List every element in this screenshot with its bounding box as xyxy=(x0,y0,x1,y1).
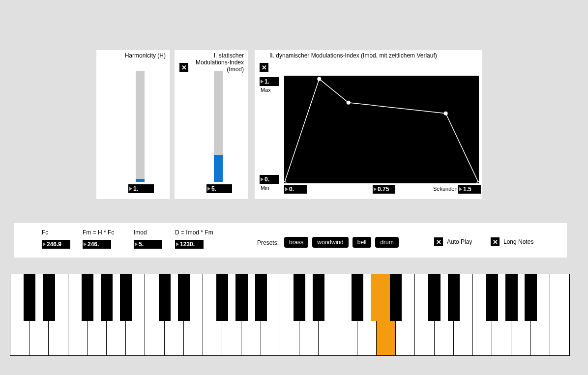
autoplay-label: Auto Play xyxy=(447,238,472,245)
envelope-title: II. dynamischer Modulations-Index (Imod,… xyxy=(269,52,476,59)
triangle-icon xyxy=(129,187,132,191)
option-autoplay: Auto Play xyxy=(434,237,472,246)
black-key[interactable] xyxy=(82,274,93,321)
imod-number[interactable]: 5. xyxy=(206,184,232,193)
triangle-icon xyxy=(459,187,462,191)
envelope-xmid-number[interactable]: 0.75 xyxy=(373,185,395,194)
param-fc: Fc 246.9 xyxy=(42,229,70,249)
longnotes-label: Long Notes xyxy=(503,238,533,245)
envelope-seconds-label: Sekunden xyxy=(433,186,458,192)
param-fm-number[interactable]: 246. xyxy=(83,240,111,249)
param-d-value: 1230. xyxy=(180,241,195,248)
presets-label: Presets: xyxy=(257,239,279,246)
black-key[interactable] xyxy=(313,274,324,321)
triangle-icon xyxy=(374,187,377,191)
imod-slider-fill xyxy=(214,155,223,182)
envelope-point[interactable] xyxy=(477,181,479,183)
envelope-ymin-label: Min xyxy=(261,185,269,191)
black-key[interactable] xyxy=(216,274,228,321)
preset-woodwind[interactable]: woodwind xyxy=(312,237,348,248)
piano-keyboard[interactable] xyxy=(10,274,570,356)
presets-row: brasswoodwindbelldrum xyxy=(284,237,399,248)
black-key[interactable] xyxy=(235,274,247,321)
envelope-xstart-number[interactable]: 0. xyxy=(284,185,307,194)
black-key[interactable] xyxy=(43,274,55,321)
black-key[interactable] xyxy=(352,274,363,321)
triangle-icon xyxy=(261,177,264,181)
envelope-point[interactable] xyxy=(444,112,448,115)
triangle-icon xyxy=(84,242,87,246)
envelope-ymin-number[interactable]: 0. xyxy=(260,175,279,184)
triangle-icon xyxy=(285,187,288,191)
triangle-icon xyxy=(207,187,210,191)
black-key[interactable] xyxy=(486,274,498,321)
envelope-xmid-value: 0.75 xyxy=(378,186,389,193)
preset-drum[interactable]: drum xyxy=(375,237,398,248)
param-fm-value: 246. xyxy=(88,241,99,248)
triangle-icon xyxy=(135,242,138,246)
black-key[interactable] xyxy=(178,274,190,321)
envelope-point[interactable] xyxy=(347,101,351,105)
longnotes-toggle[interactable] xyxy=(491,237,500,246)
imod-slider[interactable] xyxy=(214,71,223,182)
triangle-icon xyxy=(261,80,264,84)
harmonicity-number[interactable]: 1. xyxy=(128,184,154,193)
envelope-xend-number[interactable]: 1.5 xyxy=(458,185,481,194)
option-longnotes: Long Notes xyxy=(491,237,533,246)
autoplay-toggle[interactable] xyxy=(434,237,443,246)
envelope-editor[interactable] xyxy=(284,76,479,183)
param-imod-label: Imod xyxy=(134,229,162,236)
imod-static-toggle[interactable] xyxy=(179,63,188,72)
imod-static-panel: I. statischer Modulations-Index (Imod) 5… xyxy=(175,50,248,199)
harmonicity-panel: Harmonicity (H) 1. xyxy=(96,50,170,199)
black-key[interactable] xyxy=(120,274,132,321)
black-key[interactable] xyxy=(428,274,440,321)
envelope-point[interactable] xyxy=(284,181,286,183)
param-d-number[interactable]: 1230. xyxy=(175,240,204,249)
black-key[interactable] xyxy=(24,274,35,321)
param-fc-value: 246.9 xyxy=(47,241,61,248)
envelope-xend-value: 1.5 xyxy=(463,186,471,193)
param-imod: Imod 5. xyxy=(134,229,162,249)
preset-bell[interactable]: bell xyxy=(353,237,372,248)
envelope-panel: II. dynamischer Modulations-Index (Imod,… xyxy=(255,50,482,199)
param-d: D = Imod * Fm 1230. xyxy=(175,229,213,249)
black-key[interactable] xyxy=(505,274,517,321)
black-key[interactable] xyxy=(448,274,460,321)
white-key[interactable] xyxy=(550,274,569,355)
black-key[interactable] xyxy=(294,274,305,321)
triangle-icon xyxy=(176,242,179,246)
envelope-ymin-value: 0. xyxy=(265,176,269,183)
param-fm-label: Fm = H * Fc xyxy=(83,229,114,236)
parameter-bar: Fc 246.9 Fm = H * Fc 246. Imod 5. D = Im… xyxy=(14,223,567,258)
black-key[interactable] xyxy=(371,274,382,321)
preset-brass[interactable]: brass xyxy=(284,237,308,248)
param-fc-label: Fc xyxy=(42,229,70,236)
black-key[interactable] xyxy=(525,274,536,321)
envelope-ymax-number[interactable]: 1. xyxy=(260,77,279,86)
harmonicity-title: Harmonicity (H) xyxy=(100,52,166,59)
black-key[interactable] xyxy=(159,274,171,321)
harmonicity-slider[interactable] xyxy=(136,71,145,182)
param-d-label: D = Imod * Fm xyxy=(175,229,213,236)
envelope-point[interactable] xyxy=(317,77,321,81)
harmonicity-slider-fill xyxy=(136,179,145,182)
triangle-icon xyxy=(43,242,46,246)
black-key[interactable] xyxy=(255,274,267,321)
imod-value: 5. xyxy=(211,185,216,192)
param-imod-number[interactable]: 5. xyxy=(134,240,162,249)
envelope-ymax-value: 1. xyxy=(265,78,269,85)
param-fm: Fm = H * Fc 246. xyxy=(83,229,114,249)
harmonicity-value: 1. xyxy=(133,185,138,192)
param-imod-value: 5. xyxy=(139,241,144,248)
envelope-xstart-value: 0. xyxy=(289,186,294,193)
envelope-ymax-label: Max xyxy=(261,87,271,93)
black-key[interactable] xyxy=(390,274,402,321)
black-key[interactable] xyxy=(101,274,113,321)
envelope-toggle[interactable] xyxy=(260,63,268,72)
param-fc-number[interactable]: 246.9 xyxy=(42,240,70,249)
